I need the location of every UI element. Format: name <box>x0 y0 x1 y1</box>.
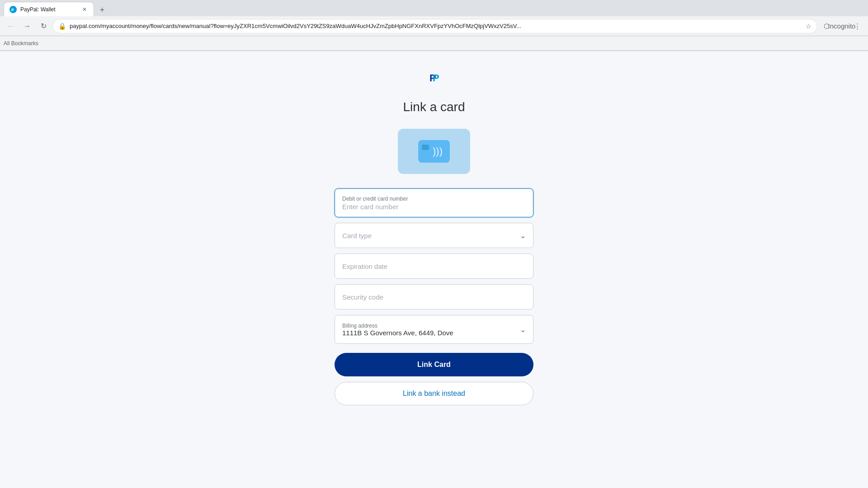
svg-text:P: P <box>433 72 439 84</box>
billing-label: Billing address <box>342 323 453 329</box>
browser-tab[interactable]: P PayPal: Wallet ✕ <box>4 2 94 16</box>
lock-icon: 🔒 <box>58 23 66 30</box>
menu-button[interactable]: ⋮ <box>850 19 864 33</box>
card-graphic: ))) <box>418 140 450 163</box>
tab-title: PayPal: Wallet <box>20 6 77 13</box>
address-bar-icons: ☆ <box>806 23 811 30</box>
form-fields: Debit or credit card number Card type ⌄ … <box>335 188 533 405</box>
bookmarks-label: All Bookmarks <box>4 40 38 47</box>
paypal-logo: P P <box>425 69 443 89</box>
card-number-input[interactable] <box>342 203 526 211</box>
page-content: P P Link a card ))) Debit or credit card… <box>0 51 868 470</box>
bookmark-icon[interactable]: ☆ <box>806 23 811 30</box>
svg-text:P: P <box>11 8 14 12</box>
expiration-date-input[interactable] <box>335 253 533 279</box>
page-title: Link a card <box>403 100 465 114</box>
card-wave-icon: ))) <box>433 145 443 157</box>
tab-bar: P PayPal: Wallet ✕ + <box>0 0 868 16</box>
card-type-chevron-icon: ⌄ <box>520 231 526 240</box>
billing-chevron-icon: ⌄ <box>520 325 526 334</box>
tab-favicon: P <box>9 6 17 13</box>
billing-value: 1111B S Governors Ave, 6449, Dove <box>342 329 453 337</box>
profile-button[interactable]: Incognito <box>835 19 849 33</box>
link-bank-button[interactable]: Link a bank instead <box>335 382 533 405</box>
back-button[interactable]: ← <box>4 19 18 33</box>
browser-chrome: P PayPal: Wallet ✕ + ← → ↻ 🔒 paypal.com/… <box>0 0 868 51</box>
toolbar-icons: ⬡ Incognito ⋮ <box>819 19 864 33</box>
security-code-input[interactable] <box>335 284 533 310</box>
form-container: P P Link a card ))) Debit or credit card… <box>335 69 533 452</box>
reload-button[interactable]: ↻ <box>36 19 51 33</box>
bookmarks-bar: All Bookmarks <box>0 36 868 51</box>
url-text: paypal.com/myaccount/money/flow/cards/ne… <box>70 23 802 29</box>
tab-close-button[interactable]: ✕ <box>81 6 88 13</box>
billing-address-field[interactable]: Billing address 1111B S Governors Ave, 6… <box>335 315 533 344</box>
card-type-label: Card type <box>342 232 372 239</box>
card-type-field[interactable]: Card type ⌄ <box>335 223 533 248</box>
card-illustration: ))) <box>398 129 470 174</box>
card-chip <box>422 145 429 150</box>
link-card-button[interactable]: Link Card <box>335 353 533 376</box>
card-number-label: Debit or credit card number <box>342 196 526 202</box>
browser-toolbar: ← → ↻ 🔒 paypal.com/myaccount/money/flow/… <box>0 16 868 36</box>
address-bar[interactable]: 🔒 paypal.com/myaccount/money/flow/cards/… <box>52 19 817 33</box>
forward-button[interactable]: → <box>20 19 34 33</box>
card-number-field[interactable]: Debit or credit card number <box>335 188 533 217</box>
billing-text: Billing address 1111B S Governors Ave, 6… <box>342 323 453 337</box>
new-tab-button[interactable]: + <box>96 4 108 16</box>
